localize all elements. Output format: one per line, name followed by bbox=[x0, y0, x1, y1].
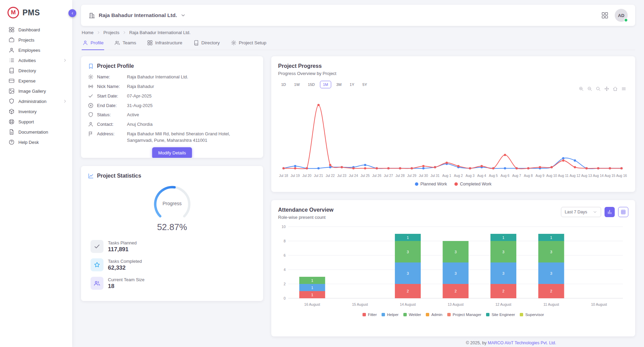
sidebar-item-inventory[interactable]: Inventory bbox=[0, 106, 72, 117]
range-1d[interactable]: 1D bbox=[278, 81, 289, 88]
company-selector[interactable]: Raja Bahadur International Ltd. bbox=[88, 12, 186, 19]
svg-text:3: 3 bbox=[407, 250, 409, 254]
pan-icon[interactable] bbox=[604, 86, 609, 91]
sidebar-item-label: Dashboard bbox=[18, 27, 67, 32]
sidebar-menu: DashboardProjectsEmployeesActivitiesDire… bbox=[0, 25, 72, 147]
progress-line-chart: Jul 18Jul 19Jul 20Jul 21Jul 22Jul 23Jul … bbox=[278, 94, 628, 181]
user-icon bbox=[88, 121, 94, 127]
breadcrumb-item[interactable]: Home bbox=[82, 30, 94, 35]
online-status-dot bbox=[624, 18, 628, 22]
bar-chart-legend: FitterHelperWelderAdminProject ManagerSi… bbox=[278, 313, 628, 317]
right-column: Project Progress Progress Overview by Pr… bbox=[271, 56, 635, 336]
range-5y[interactable]: 5Y bbox=[359, 81, 370, 88]
user-icon bbox=[82, 40, 88, 46]
sidebar-item-support[interactable]: Support bbox=[0, 117, 72, 127]
attendance-bar-chart: 024681011116 August15 August233114 Augus… bbox=[278, 224, 628, 312]
svg-text:Aug 5: Aug 5 bbox=[489, 174, 498, 178]
table-view-button[interactable] bbox=[618, 207, 628, 217]
range-15d[interactable]: 15D bbox=[305, 81, 318, 88]
tab-directory[interactable]: Directory bbox=[193, 36, 221, 50]
field-value: Raja Bahadur Mill Rd, behind Sheraton Gr… bbox=[127, 131, 256, 144]
svg-text:10 August: 10 August bbox=[591, 302, 607, 306]
modify-details-button[interactable]: Modify Details bbox=[152, 147, 192, 158]
legend-supervisor[interactable]: Supervisor bbox=[520, 313, 544, 317]
sidebar-item-employees[interactable]: Employees bbox=[0, 45, 72, 55]
legend-label: Project Manager bbox=[453, 313, 481, 317]
sidebar-item-administration[interactable]: Administration bbox=[0, 96, 72, 106]
avatar-initials: AD bbox=[618, 13, 625, 18]
bar-view-button[interactable] bbox=[605, 207, 615, 217]
zoom-out-icon[interactable] bbox=[587, 86, 592, 91]
sidebar-item-expense[interactable]: Expense bbox=[0, 76, 72, 86]
tab-project-setup[interactable]: Project Setup bbox=[230, 36, 267, 50]
svg-text:Jul 26: Jul 26 bbox=[372, 174, 382, 178]
shortcuts-grid-icon[interactable] bbox=[601, 12, 609, 19]
progress-percent-value: 52.87% bbox=[88, 222, 256, 232]
legend-planned-work[interactable]: Planned Work bbox=[415, 182, 447, 186]
sidebar-item-directory[interactable]: Directory bbox=[0, 65, 72, 76]
stat-label: Tasks Completed bbox=[108, 259, 142, 264]
sidebar-item-image-gallery[interactable]: Image Gallery bbox=[0, 86, 72, 96]
tab-profile[interactable]: Profile bbox=[82, 36, 104, 50]
left-column: Project Profile Name:Raja Bahadur Intern… bbox=[81, 56, 263, 336]
footer-company-link[interactable]: MARCO AIoT Technologies Pvt. Ltd. bbox=[488, 341, 556, 345]
tab-infrastructure[interactable]: Infrastructure bbox=[146, 36, 183, 50]
field-label: Nick Name: bbox=[97, 84, 124, 89]
stat-value: 62,332 bbox=[108, 265, 142, 271]
legend-fitter[interactable]: Fitter bbox=[363, 313, 377, 317]
svg-text:Aug 15: Aug 15 bbox=[605, 174, 615, 178]
card-title: Project Statistics bbox=[97, 173, 141, 179]
date-range-select[interactable]: Last 7 Days bbox=[561, 207, 601, 217]
sidebar-item-label: Expense bbox=[18, 78, 67, 84]
sidebar-item-help-desk[interactable]: Help Desk bbox=[0, 137, 72, 147]
bookmark-icon bbox=[88, 63, 94, 69]
range-1w[interactable]: 1W bbox=[291, 81, 303, 88]
field-value: 31-Aug-2025 bbox=[127, 103, 256, 109]
legend-project-manager[interactable]: Project Manager bbox=[447, 313, 481, 317]
attendance-overview-card: Attendance Overview Role-wise present co… bbox=[271, 200, 635, 336]
sidebar-item-label: Employees bbox=[18, 48, 67, 53]
range-1y[interactable]: 1Y bbox=[347, 81, 357, 88]
svg-text:Aug 6: Aug 6 bbox=[501, 174, 510, 178]
svg-text:Jul 31: Jul 31 bbox=[431, 174, 440, 178]
tab-label: Project Setup bbox=[239, 40, 267, 45]
sidebar-item-dashboard[interactable]: Dashboard bbox=[0, 25, 72, 35]
book-icon bbox=[193, 40, 199, 46]
app-logo[interactable]: M PMS bbox=[0, 0, 72, 25]
legend-admin[interactable]: Admin bbox=[426, 313, 442, 317]
tab-teams[interactable]: Teams bbox=[114, 36, 137, 50]
legend-site-engineer[interactable]: Site Engineer bbox=[486, 313, 515, 317]
sidebar-item-activities[interactable]: Activities bbox=[0, 55, 72, 65]
svg-text:3: 3 bbox=[550, 271, 552, 275]
legend-completed-work[interactable]: Completed Work bbox=[454, 182, 492, 186]
svg-text:4: 4 bbox=[284, 268, 286, 272]
sidebar-item-label: Activities bbox=[18, 58, 59, 63]
svg-text:Jul 27: Jul 27 bbox=[384, 174, 393, 178]
project-profile-card: Project Profile Name:Raja Bahadur Intern… bbox=[81, 56, 263, 158]
home-icon[interactable] bbox=[613, 86, 618, 91]
breadcrumb-item[interactable]: Projects bbox=[103, 30, 119, 35]
range-3m[interactable]: 3M bbox=[333, 81, 344, 88]
shield-icon bbox=[9, 98, 15, 104]
sidebar-item-projects[interactable]: Projects bbox=[0, 35, 72, 45]
menu-icon[interactable] bbox=[621, 86, 626, 91]
gear-icon bbox=[231, 40, 237, 46]
stat-current-team-size: Current Team Size18 bbox=[91, 277, 256, 290]
svg-text:Jul 22: Jul 22 bbox=[326, 174, 335, 178]
sidebar-collapse-button[interactable]: ‹ bbox=[68, 9, 76, 17]
user-avatar[interactable]: AD bbox=[615, 9, 628, 22]
svg-text:Jul 29: Jul 29 bbox=[407, 174, 416, 178]
sidebar: M PMS DashboardProjectsEmployeesActiviti… bbox=[0, 0, 72, 347]
zoom-in-icon[interactable] bbox=[579, 86, 584, 91]
legend-helper[interactable]: Helper bbox=[382, 313, 399, 317]
range-1m[interactable]: 1M bbox=[320, 81, 331, 88]
card-icon bbox=[9, 78, 15, 84]
box-icon bbox=[9, 108, 15, 115]
zoom-box-icon[interactable] bbox=[596, 86, 601, 91]
sidebar-item-documentation[interactable]: Documentation bbox=[0, 127, 72, 137]
field-label: Address: bbox=[97, 131, 124, 137]
svg-text:Jul 24: Jul 24 bbox=[349, 174, 358, 178]
legend-welder[interactable]: Welder bbox=[403, 313, 421, 317]
svg-text:Aug 9: Aug 9 bbox=[535, 174, 545, 178]
svg-text:Aug 14: Aug 14 bbox=[593, 174, 604, 178]
